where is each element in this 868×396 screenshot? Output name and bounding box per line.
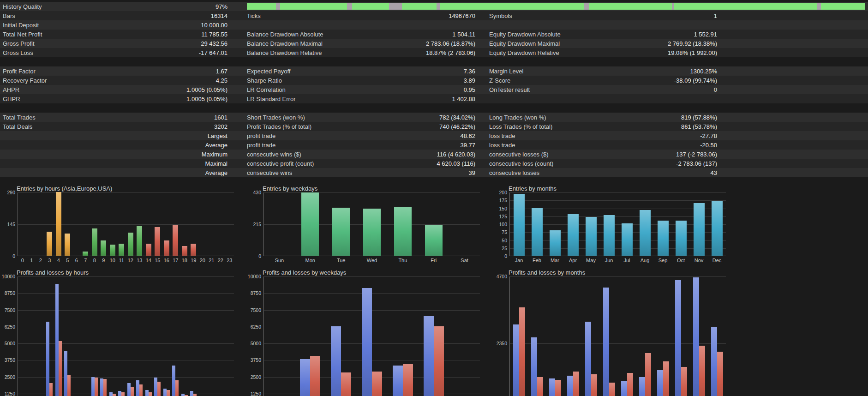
profit-bar: [145, 390, 149, 396]
loss-bar: [121, 392, 125, 396]
entries-bar: [586, 217, 597, 256]
stat-label: consecutive losses ($): [489, 151, 549, 158]
bar-group: [654, 276, 672, 396]
y-tick-label: 145: [7, 222, 15, 227]
stat-value: 97%: [216, 3, 227, 10]
x-tick-label: 12: [126, 258, 135, 263]
y-tick-label: 8750: [251, 290, 261, 296]
loss-bar: [149, 392, 152, 396]
x-tick-label: 22: [216, 258, 225, 263]
x-tick-label: Dec: [708, 258, 726, 263]
y-tick-label: 430: [253, 190, 261, 195]
bar-group: [636, 276, 654, 396]
bar-group: [126, 276, 135, 396]
table-row-history-quality: History Quality 97%: [0, 2, 868, 11]
profit-bar: [657, 370, 663, 396]
stat-label: consecutive wins ($): [247, 151, 301, 158]
bar-group: [36, 192, 45, 256]
x-tick-label: Thu: [387, 258, 418, 263]
stat-label: Profit Factor: [3, 68, 36, 75]
bar-group: [295, 192, 326, 256]
x-tick-label: 5: [63, 258, 72, 263]
stat-value: 1 504.11: [452, 31, 475, 38]
table-spacer-row: [0, 57, 868, 66]
loss-bar: [59, 341, 62, 396]
quality-bar: [247, 3, 865, 10]
y-tick-label: 200: [499, 190, 507, 195]
profit-bar: [711, 327, 717, 396]
stat-value: 1601: [214, 114, 227, 121]
bar-group: [326, 276, 357, 396]
y-axis-labels: 0215430: [249, 192, 263, 256]
stat-cell: consecutive profit (count)4 620.03 (116): [233, 160, 480, 167]
stat-label: Balance Drawdown Absolute: [247, 31, 323, 38]
bar-group: [171, 276, 180, 396]
y-tick-label: 0: [258, 253, 261, 259]
stat-cell: GHPR1.0005 (0.05%): [0, 96, 233, 102]
stat-cell: Profit Trades (% of total)740 (46.22%): [233, 123, 480, 130]
entries-bar: [182, 246, 187, 256]
profit-bar: [362, 288, 372, 396]
profit-bar: [91, 377, 95, 396]
stat-cell: consecutive losses43: [480, 169, 724, 176]
stat-value: 4.25: [216, 77, 227, 84]
x-tick-label: 10: [108, 258, 117, 263]
stat-label: consecutive losses: [489, 169, 539, 176]
stat-cell: Margin Level1300.25%: [480, 68, 724, 75]
table-row-ghpr: GHPR1.0005 (0.05%) LR Standard Error1 40…: [0, 94, 868, 103]
x-tick-label: 20: [198, 258, 207, 263]
stat-value: 819 (57.88%): [681, 114, 717, 121]
chart-entries-by-weekdays: Entries by weekdays 0215430 SunMonTueWed…: [246, 185, 492, 263]
stat-cell: AHPR1.0005 (0.05%): [0, 86, 233, 93]
table-row-ahpr: AHPR1.0005 (0.05%) LR Correlation0.95 On…: [0, 85, 868, 94]
entries-bar: [110, 245, 115, 256]
y-tick-label: 75: [502, 229, 507, 235]
x-tick-label: 11: [117, 258, 126, 263]
bar-group: [672, 192, 690, 256]
x-tick-label: 4: [54, 258, 63, 263]
bar-group: [654, 192, 672, 256]
bar-group: [264, 192, 295, 256]
profit-bar: [154, 378, 157, 396]
bar-group: [600, 192, 618, 256]
bar-group: [418, 192, 449, 256]
loss-bar: [627, 373, 633, 396]
bar-group: [18, 276, 27, 396]
entries-bar: [56, 192, 61, 256]
stat-value: 10 000.00: [201, 22, 227, 29]
loss-bar: [167, 390, 170, 396]
stat-value: 48.62: [460, 132, 475, 139]
plot-area: [509, 192, 726, 256]
bar-group: [225, 192, 234, 256]
bar-group: [216, 192, 225, 256]
loss-bar: [591, 374, 597, 396]
y-tick-label: 7500: [251, 307, 261, 313]
quality-gap-segment: [347, 3, 352, 10]
stat-label: Gross Profit: [3, 40, 35, 47]
stat-label: consecutive wins: [247, 169, 292, 176]
stat-cell: consecutive losses ($)137 (-2 783.06): [480, 151, 724, 158]
loss-bar: [717, 352, 723, 396]
stat-value: 782 (34.02%): [439, 114, 475, 121]
bar-group: [528, 276, 546, 396]
y-tick-label: 0: [12, 253, 15, 259]
table-row-largest: Largest profit trade48.62 loss trade-27.…: [0, 131, 868, 140]
x-tick-label: Jul: [618, 258, 636, 263]
stat-cell: Initial Deposit10 000.00: [0, 22, 233, 29]
stat-cell: Equity Drawdown Maximal2 769.92 (18.38%): [480, 40, 724, 47]
bar-group: [72, 192, 81, 256]
stat-value: 2 769.92 (18.38%): [668, 40, 717, 47]
bar-group: [180, 192, 189, 256]
stat-cell: Recovery Factor4.25: [0, 77, 233, 84]
profit-bar: [172, 366, 175, 396]
chart-title: Entries by hours (Asia,Europe,USA): [3, 185, 234, 192]
profit-bar: [621, 381, 627, 396]
bar-group: [225, 276, 234, 396]
profit-bar: [181, 394, 185, 396]
loss-bar: [310, 356, 320, 396]
loss-bar: [555, 380, 561, 396]
plot-area: [18, 192, 234, 256]
bar-group: [672, 276, 690, 396]
stat-cell: Total Trades1601: [0, 114, 233, 121]
bar-group: [582, 192, 600, 256]
